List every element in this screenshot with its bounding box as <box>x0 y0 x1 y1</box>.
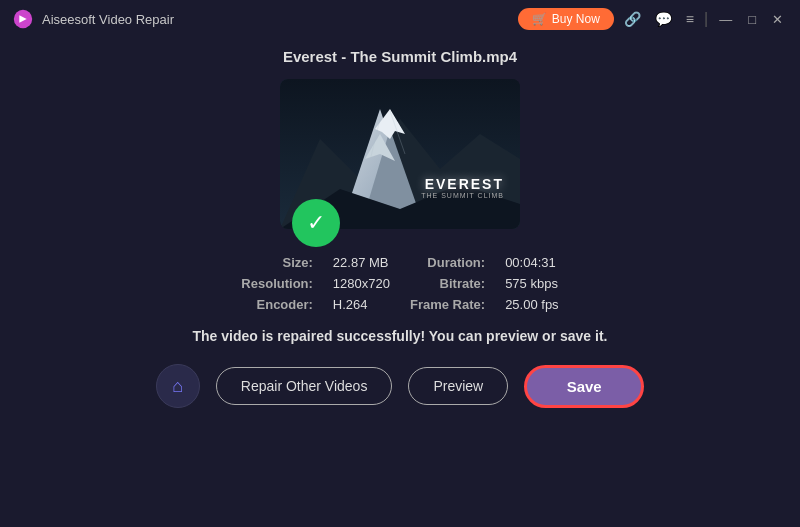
action-buttons-row: ⌂ Repair Other Videos Preview Save <box>156 364 644 408</box>
size-label: Size: <box>241 255 313 270</box>
duration-value: 00:04:31 <box>505 255 559 270</box>
separator: | <box>704 10 708 28</box>
maximize-button[interactable]: □ <box>743 10 761 29</box>
repair-other-button[interactable]: Repair Other Videos <box>216 367 393 405</box>
bitrate-value: 575 kbps <box>505 276 559 291</box>
save-button[interactable]: Save <box>524 365 644 408</box>
app-logo-icon <box>12 8 34 30</box>
bitrate-label: Bitrate: <box>410 276 485 291</box>
buy-now-button[interactable]: 🛒 Buy Now <box>518 8 614 30</box>
encoder-label: Encoder: <box>241 297 313 312</box>
frame-rate-label: Frame Rate: <box>410 297 485 312</box>
check-icon: ✓ <box>307 210 325 236</box>
home-icon: ⌂ <box>172 376 183 397</box>
preview-button[interactable]: Preview <box>408 367 508 405</box>
home-button[interactable]: ⌂ <box>156 364 200 408</box>
everest-overlay: EVEREST THE SUMMIT CLIMB <box>421 176 504 199</box>
minimize-button[interactable]: — <box>714 10 737 29</box>
video-thumbnail-wrapper: EVEREST THE SUMMIT CLIMB ✓ <box>280 79 520 229</box>
title-bar: Aiseesoft Video Repair 🛒 Buy Now 🔗 💬 ≡ |… <box>0 0 800 38</box>
video-title: Everest - The Summit Climb.mp4 <box>283 48 517 65</box>
resolution-label: Resolution: <box>241 276 313 291</box>
title-bar-left: Aiseesoft Video Repair <box>12 8 174 30</box>
title-bar-right: 🛒 Buy Now 🔗 💬 ≡ | — □ ✕ <box>518 8 788 30</box>
encoder-value: H.264 <box>333 297 390 312</box>
duration-label: Duration: <box>410 255 485 270</box>
success-check-badge: ✓ <box>292 199 340 247</box>
size-value: 22.87 MB <box>333 255 390 270</box>
cart-icon: 🛒 <box>532 12 547 26</box>
success-message: The video is repaired successfully! You … <box>193 328 608 344</box>
everest-title-text: EVEREST <box>421 176 504 192</box>
main-content: Everest - The Summit Climb.mp4 <box>0 38 800 428</box>
frame-rate-value: 25.00 fps <box>505 297 559 312</box>
everest-sub-text: THE SUMMIT CLIMB <box>421 192 504 199</box>
resolution-value: 1280x720 <box>333 276 390 291</box>
link-icon[interactable]: 🔗 <box>620 9 645 29</box>
close-button[interactable]: ✕ <box>767 10 788 29</box>
chat-icon[interactable]: 💬 <box>651 9 676 29</box>
menu-icon[interactable]: ≡ <box>682 9 698 29</box>
app-name: Aiseesoft Video Repair <box>42 12 174 27</box>
metadata-grid: Size: 22.87 MB Duration: 00:04:31 Resolu… <box>241 255 558 312</box>
